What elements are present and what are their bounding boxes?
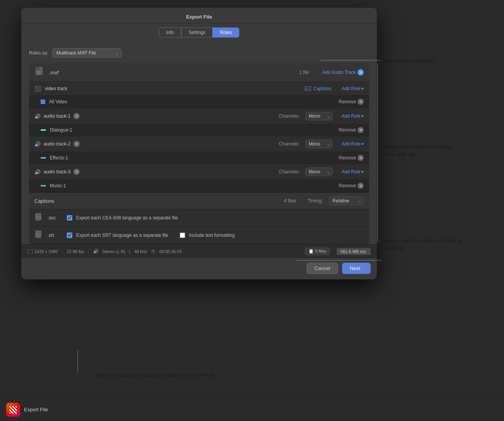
audio-track-2-add-role-label: Add Role xyxy=(342,141,361,147)
callout-caption-timing: Choose how the caption start time is cal… xyxy=(381,237,462,252)
add-audio-track-button[interactable]: Add Audio Track + xyxy=(322,69,364,75)
audio-track-2-add-role-chevron: ▾ xyxy=(361,141,364,147)
audio-track-2-icon: 🔊 xyxy=(34,141,41,147)
music-1-row: Music-1 Remove ✕ xyxy=(29,180,369,192)
audio-track-3-channels-wrapper: Mono Stereo xyxy=(305,168,332,176)
audio-track-3-label: audio track-3 xyxy=(44,169,70,175)
captions-button-label: Captions xyxy=(313,86,331,91)
duration-value: 00:00:36:03 xyxy=(159,249,182,254)
audio-track-2-channels-select[interactable]: Mono Stereo xyxy=(305,140,332,148)
captions-header: Captions 4 files Timing: Relative Absolu… xyxy=(29,193,369,209)
music-1-label: Music-1 xyxy=(50,183,66,188)
dialog-title: Export File xyxy=(186,14,212,20)
video-track-label: video track xyxy=(45,86,67,91)
status-separator-2: | xyxy=(88,249,89,254)
scc-export-checkbox[interactable] xyxy=(67,215,72,221)
audio-track-3-remove-button[interactable]: ✕ xyxy=(73,169,80,175)
music-1-color-bar xyxy=(41,185,46,187)
add-audio-track-label: Add Audio Track xyxy=(322,70,356,75)
mxf-file-count: 1 file xyxy=(299,70,309,75)
roles-as-select[interactable]: Multitrack MXF File Separate Files Singl… xyxy=(52,48,122,58)
callout-caption-formats-text: Select the caption formats to include wi… xyxy=(96,372,217,378)
srt-format-name: .srt xyxy=(48,233,63,238)
audio-track-3-channels-label: Channels: xyxy=(279,169,300,175)
sample-rate-value: 48 kHz xyxy=(134,249,147,254)
all-video-remove-label: Remove xyxy=(339,99,356,104)
dialogue-1-remove-label: Remove xyxy=(339,127,356,133)
audio-track-3-row: 🔊 audio track-3 ✕ Channels: Mono Stereo … xyxy=(29,164,369,180)
callout-burn-captions-text: Click to burn in captions. xyxy=(381,58,436,64)
dialogue-1-label: Dialogue-1 xyxy=(50,127,72,133)
all-video-remove-button[interactable]: Remove ✕ xyxy=(339,99,364,105)
taskbar-title: Export File xyxy=(24,407,48,412)
video-add-role-chevron: ▾ xyxy=(361,86,364,91)
srt-file-icon xyxy=(34,231,44,240)
audio-track-1-add-role-button[interactable]: Add Role ▾ xyxy=(342,113,364,119)
scc-format-name: .scc xyxy=(48,215,63,221)
status-separator-3: | xyxy=(129,249,130,254)
dialogue-1-remove-button[interactable]: Remove ✕ xyxy=(339,127,364,133)
callout-line-4 xyxy=(77,351,78,373)
dialog-content: Roles as: Multitrack MXF File Separate F… xyxy=(21,42,377,244)
all-video-remove-icon: ✕ xyxy=(358,99,364,105)
all-video-color-swatch xyxy=(41,99,45,104)
fps-value: 23.98 fps xyxy=(66,249,84,254)
roles-as-label: Roles as: xyxy=(29,50,48,56)
music-1-remove-button[interactable]: Remove ✕ xyxy=(339,183,364,189)
dialogue-1-color-bar xyxy=(41,129,46,131)
audio-track-3-channels-select[interactable]: Mono Stereo xyxy=(305,168,332,176)
callout-line-3 xyxy=(297,260,382,261)
audio-track-2-label: audio track-2 xyxy=(44,141,70,147)
duration-icon: ⏱ xyxy=(151,249,155,254)
audio-track-2-remove-button[interactable]: ✕ xyxy=(73,141,80,147)
tab-info[interactable]: Info xyxy=(159,27,181,38)
video-add-role-button[interactable]: Add Role ▾ xyxy=(342,86,364,91)
tab-settings[interactable]: Settings xyxy=(181,27,213,38)
effects-1-remove-button[interactable]: Remove ✕ xyxy=(339,155,364,161)
captions-timing-select[interactable]: Relative Absolute xyxy=(329,197,364,205)
audio-track-1-channels-select[interactable]: Mono Stereo xyxy=(305,112,332,120)
audio-track-3-add-role-button[interactable]: Add Role ▾ xyxy=(342,169,364,175)
audio-track-3-add-role-chevron: ▾ xyxy=(361,169,364,175)
audio-track-1-add-role-chevron: ▾ xyxy=(361,113,364,119)
tab-roles[interactable]: Roles xyxy=(213,27,239,38)
effects-1-remove-label: Remove xyxy=(339,155,356,161)
callout-line-1 xyxy=(321,60,381,61)
audio-track-1-remove-button[interactable]: ✕ xyxy=(73,113,80,119)
audio-track-2-row: 🔊 audio track-2 ✕ Channels: Mono Stereo … xyxy=(29,136,369,152)
all-video-label: All Video xyxy=(49,99,67,104)
svg-rect-13 xyxy=(27,250,33,253)
scc-export-label: Export each CEA-608 language as a separa… xyxy=(76,215,178,221)
resolution-value: 1920 x 1080 xyxy=(34,249,58,254)
tabs-row: Info Settings Roles xyxy=(21,24,377,42)
next-button[interactable]: Next . xyxy=(342,263,371,274)
music-1-remove-label: Remove xyxy=(339,183,356,188)
captions-section: Captions 4 files Timing: Relative Absolu… xyxy=(29,192,369,244)
roles-as-select-wrapper: Multitrack MXF File Separate Files Singl… xyxy=(52,48,122,58)
effects-1-color-bar xyxy=(41,157,46,159)
video-track-row: ⬛ video track CC Captions Add Role ▾ xyxy=(29,82,369,96)
srt-export-checkbox[interactable] xyxy=(67,233,72,238)
files-badge: 📋 5 files xyxy=(305,248,330,255)
audio-track-3-add-role-label: Add Role xyxy=(342,169,361,175)
music-1-remove-icon: ✕ xyxy=(358,183,364,189)
audio-track-1-row: 🔊 audio track-1 ✕ Channels: Mono Stereo … xyxy=(29,108,369,124)
captions-header-label: Captions xyxy=(34,198,54,204)
dialogue-1-row: Dialogue-1 Remove ✕ xyxy=(29,124,369,136)
srt-text-formatting-checkbox[interactable] xyxy=(180,233,185,238)
status-bar: 1920 x 1080 | 23.98 fps | 🔊 Stereo (L R)… xyxy=(21,244,377,258)
files-icon: 📋 xyxy=(308,249,314,253)
cancel-button[interactable]: Cancel xyxy=(306,263,338,274)
size-estimate-value: 561.6 MB est. xyxy=(341,249,367,254)
captions-button[interactable]: CC Captions xyxy=(305,86,331,91)
audio-icon: 🔊 xyxy=(93,249,99,254)
app-icon-inner xyxy=(9,406,17,414)
audio-value: Stereo (L R) xyxy=(102,249,126,254)
audio-track-2-channels-wrapper: Mono Stereo xyxy=(305,140,332,148)
video-track-icon: ⬛ xyxy=(34,86,41,92)
audio-track-2-add-role-button[interactable]: Add Role ▾ xyxy=(342,141,364,147)
audio-track-1-label: audio track-1 xyxy=(44,113,70,119)
effects-1-remove-icon: ✕ xyxy=(358,155,364,161)
all-video-row: All Video Remove ✕ xyxy=(29,96,369,108)
srt-text-formatting-label: Include text formatting xyxy=(189,233,235,238)
